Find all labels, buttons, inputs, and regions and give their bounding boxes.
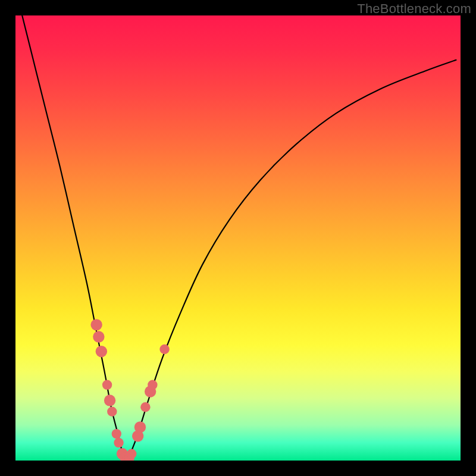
highlight-dot [124, 453, 134, 461]
highlight-dot [96, 346, 107, 357]
highlight-dot [132, 430, 143, 441]
highlight-dot [102, 380, 112, 390]
watermark-text: TheBottleneck.com [357, 1, 471, 17]
highlight-dot [90, 319, 102, 330]
highlight-dot [134, 421, 146, 433]
highlight-dot [145, 386, 156, 397]
highlight-dot [93, 331, 104, 342]
highlight-dot [140, 402, 150, 412]
highlight-dot [104, 394, 115, 406]
highlight-dot [122, 455, 131, 461]
highlight-dots-group [90, 319, 169, 461]
chart-plot-area [15, 15, 461, 461]
bottleneck-curve-line [22, 15, 456, 461]
chart-svg [15, 15, 461, 461]
highlight-dot [112, 429, 121, 439]
highlight-dot [148, 380, 157, 390]
highlight-dot [117, 448, 128, 459]
highlight-dot [120, 453, 129, 461]
highlight-dot [159, 345, 169, 354]
highlight-dot [114, 438, 123, 447]
highlight-dot [107, 406, 117, 416]
highlight-dot [127, 449, 136, 459]
